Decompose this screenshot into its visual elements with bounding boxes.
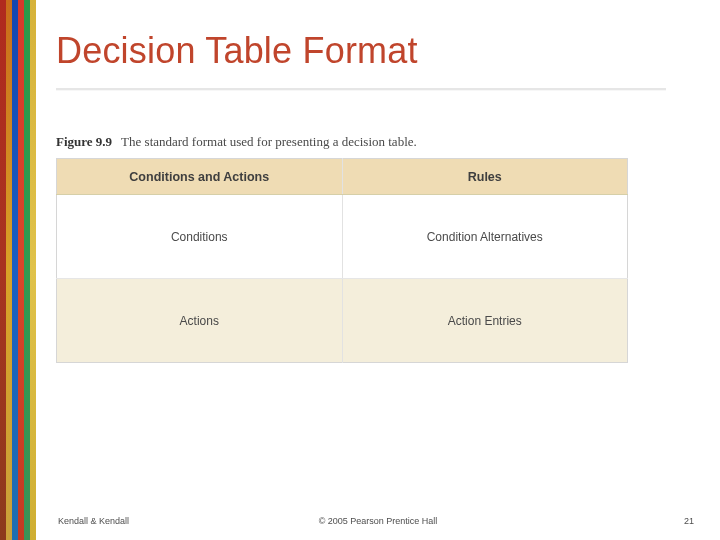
- footer-page-number: 21: [684, 516, 698, 526]
- figure-caption: Figure 9.9 The standard format used for …: [56, 134, 628, 150]
- table-row: Actions Action Entries: [57, 279, 628, 363]
- header-conditions-actions: Conditions and Actions: [57, 159, 343, 195]
- slide-title: Decision Table Format: [56, 30, 696, 72]
- footer-copyright: © 2005 Pearson Prentice Hall: [319, 516, 438, 526]
- cell-conditions: Conditions: [57, 195, 343, 279]
- figure-caption-text: The standard format used for presenting …: [121, 134, 417, 149]
- slide-footer: Kendall & Kendall © 2005 Pearson Prentic…: [58, 516, 698, 526]
- cell-action-entries: Action Entries: [342, 279, 628, 363]
- decorative-side-stripe: [0, 0, 36, 540]
- header-rules: Rules: [342, 159, 628, 195]
- slide-content: Decision Table Format Figure 9.9 The sta…: [56, 30, 696, 363]
- cell-actions: Actions: [57, 279, 343, 363]
- figure: Figure 9.9 The standard format used for …: [56, 134, 628, 363]
- table-row: Conditions Condition Alternatives: [57, 195, 628, 279]
- decision-table: Conditions and Actions Rules Conditions …: [56, 158, 628, 363]
- cell-condition-alternatives: Condition Alternatives: [342, 195, 628, 279]
- title-underline: [56, 88, 666, 90]
- table-header-row: Conditions and Actions Rules: [57, 159, 628, 195]
- footer-authors: Kendall & Kendall: [58, 516, 129, 526]
- figure-number: Figure 9.9: [56, 134, 112, 149]
- stripe: [30, 0, 36, 540]
